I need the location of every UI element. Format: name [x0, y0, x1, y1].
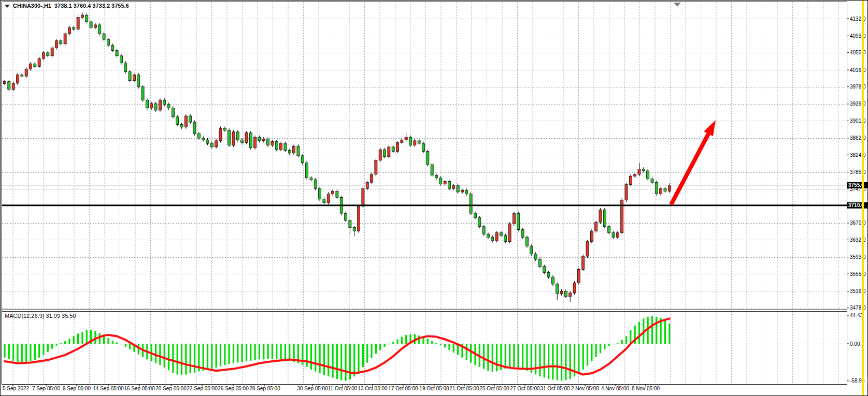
- candle-down: [353, 227, 355, 231]
- candle-down: [647, 171, 649, 179]
- macd-histogram-bar: [21, 344, 23, 362]
- candle-down: [534, 254, 537, 259]
- candle-down: [551, 277, 554, 284]
- candle-up: [245, 133, 248, 143]
- date-tick-label: 13 Oct 05:00: [358, 386, 388, 391]
- macd-histogram-bar: [617, 343, 618, 344]
- candle-up: [668, 185, 671, 192]
- macd-histogram-bar: [522, 344, 523, 369]
- candle-up: [159, 100, 161, 110]
- candle-up: [660, 188, 662, 194]
- macd-histogram-bar: [383, 344, 385, 347]
- candle-up: [4, 81, 6, 83]
- candle-down: [525, 237, 528, 246]
- macd-histogram-bar: [120, 344, 122, 344]
- candle-down: [120, 56, 122, 63]
- candle-up: [629, 176, 632, 184]
- macd-histogram-bar: [289, 344, 290, 361]
- candlesticks[interactable]: [4, 12, 671, 302]
- candle-up: [625, 185, 628, 200]
- macd-histogram-bar: [47, 344, 49, 352]
- candle-up: [396, 142, 399, 151]
- macd-histogram-bar: [77, 334, 79, 344]
- candle-down: [275, 142, 278, 150]
- trend-arrow[interactable]: [671, 120, 716, 204]
- candle-down: [439, 178, 442, 184]
- candle-up: [29, 64, 32, 69]
- macd-histogram-bar: [164, 344, 165, 368]
- candle-down: [154, 104, 157, 110]
- macd-histogram-bar: [159, 344, 161, 365]
- candle-up: [332, 191, 334, 194]
- macd-histogram-bar: [388, 344, 390, 344]
- macd-histogram-bar: [668, 324, 670, 344]
- chart-canvas[interactable]: 4132.04093.04055.04016.03978.03939.03901…: [1, 1, 868, 396]
- candle-up: [577, 270, 580, 283]
- macd-histogram-bar: [129, 344, 131, 349]
- window-accent-strip: [862, 1, 864, 396]
- candle-down: [608, 227, 610, 233]
- macd-histogram-bar: [535, 344, 536, 375]
- date-axis[interactable]: 5 Sep 20227 Sep 05:009 Sep 05:0014 Sep 0…: [3, 385, 660, 392]
- candle-up: [219, 128, 222, 141]
- macd-histogram-bar: [340, 344, 342, 380]
- candle-down: [90, 22, 92, 27]
- candle-down: [223, 128, 226, 130]
- macd-histogram-bar: [518, 344, 519, 368]
- chart-shift-marker-icon[interactable]: [674, 3, 681, 7]
- candle-down: [236, 132, 239, 140]
- candle-up: [569, 293, 572, 297]
- macd-histogram-bar: [435, 343, 437, 344]
- macd-histogram-bar: [544, 344, 545, 378]
- candle-up: [401, 140, 403, 142]
- macd-histogram-bar: [185, 344, 187, 375]
- date-tick-label: 31 Oct 05:00: [540, 386, 570, 391]
- candle-up: [573, 283, 576, 293]
- candle-up: [232, 132, 235, 145]
- candle-down: [323, 199, 325, 203]
- macd-histogram-bar: [509, 344, 510, 368]
- candle-up: [495, 233, 498, 241]
- macd-histogram-bar: [323, 344, 325, 375]
- date-tick-label: 11 Oct 05:00: [328, 386, 358, 391]
- candle-down: [383, 150, 386, 157]
- arrow-head: [704, 120, 716, 136]
- candle-down: [349, 221, 351, 228]
- date-tick-label: 26 Sep 05:00: [218, 386, 249, 391]
- macd-histogram-bar: [505, 344, 506, 369]
- macd-histogram-bar: [190, 344, 191, 373]
- candle-down: [163, 100, 166, 105]
- price-axis[interactable]: 4132.04093.04055.04016.03978.03939.03901…: [847, 16, 867, 384]
- macd-histogram-bar: [405, 335, 407, 344]
- candle-down: [538, 259, 541, 267]
- macd-histogram-bar: [211, 344, 212, 369]
- macd-histogram-bar: [418, 335, 420, 344]
- candle-up: [38, 58, 40, 66]
- candle-down: [116, 51, 118, 56]
- candle-down: [60, 41, 62, 44]
- candle-down: [345, 213, 347, 221]
- macd-histogram-bar: [155, 344, 156, 363]
- macd-histogram-bar: [86, 330, 88, 344]
- macd-histogram-bar: [396, 339, 398, 344]
- date-tick-label: 27 Oct 05:00: [510, 386, 540, 391]
- macd-histogram-bar: [250, 344, 251, 361]
- macd-histogram-bar: [565, 344, 566, 380]
- macd-histogram-bar: [444, 344, 446, 347]
- candle-down: [465, 190, 468, 194]
- candle-up: [77, 17, 79, 29]
- macd-histogram-bar: [229, 344, 230, 364]
- macd-histogram-bar: [362, 344, 364, 367]
- macd-histogram-bar: [548, 344, 549, 379]
- candle-down: [103, 34, 105, 39]
- candle-down: [422, 143, 425, 151]
- price-lines[interactable]: [2, 185, 847, 206]
- macd-histogram-bar: [453, 344, 454, 353]
- candle-down: [193, 122, 196, 134]
- symbol-dropdown-icon[interactable]: [5, 5, 10, 8]
- macd-histogram-bar: [328, 344, 329, 376]
- candle-up: [68, 27, 70, 34]
- candle-down: [21, 75, 23, 77]
- candle-down: [482, 227, 485, 234]
- candle-up: [405, 137, 407, 140]
